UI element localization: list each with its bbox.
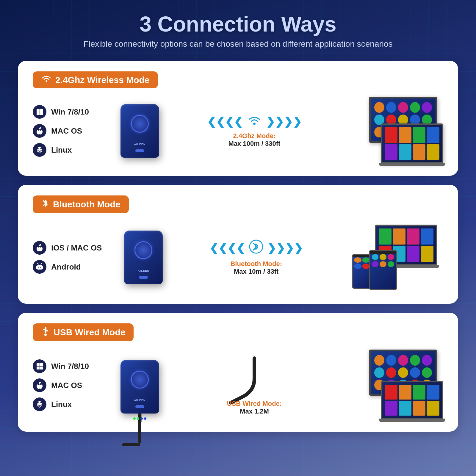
card-wireless-body: Win 7/8/10 MAC OS (33, 97, 443, 165)
card-bluetooth: Bluetooth Mode iOS / MAC OS (18, 185, 458, 304)
connection-usb: USB Wired Mode: Max 1.2M (178, 355, 330, 415)
os-mac-usb-label: MAC OS (51, 381, 82, 390)
page-title: 3 Connection Ways (140, 12, 336, 36)
os-item-mac-usb: MAC OS (33, 378, 98, 392)
svg-point-7 (40, 148, 41, 149)
apple-icon-usb (33, 378, 46, 392)
badge-usb-label: USB Wired Mode (54, 327, 125, 337)
os-ios-label: iOS / MAC OS (51, 243, 102, 253)
apple-icon (33, 124, 46, 138)
os-linux-usb-label: Linux (51, 400, 72, 409)
card-wireless-header: 2.4Ghz Wireless Mode (33, 71, 443, 88)
svg-rect-18 (46, 330, 48, 331)
svg-rect-17 (43, 329, 45, 330)
arrow-left-1: ❮❮❮❮ (207, 115, 243, 128)
mode-range-usb: Max 1.2M (240, 408, 269, 415)
svg-point-19 (44, 333, 47, 336)
scanner-wireless: AILEEN (110, 101, 170, 161)
os-win-usb-label: Win 7/8/10 (51, 362, 89, 371)
scanner-usb: AILEEN (110, 350, 170, 421)
mode-range-bluetooth: Max 10m / 33ft (234, 268, 278, 275)
badge-bluetooth: Bluetooth Mode (33, 195, 129, 213)
svg-rect-3 (37, 112, 40, 115)
bluetooth-badge-icon (41, 198, 49, 210)
svg-rect-1 (37, 109, 40, 112)
android-icon (33, 260, 46, 274)
os-item-linux-usb: Linux (33, 397, 98, 411)
mode-label-wireless: 2.4Ghz Mode: (233, 132, 275, 140)
arrows-bluetooth: ❮❮❮❮ ❯❯❯❯ (209, 239, 303, 257)
wifi-icon (41, 74, 52, 85)
page-subtitle: Flexible connectivity options can be cho… (83, 39, 392, 49)
devices-bluetooth (330, 222, 443, 293)
svg-rect-21 (40, 363, 43, 366)
os-item-linux: Linux (33, 143, 98, 157)
svg-point-25 (38, 402, 39, 403)
badge-wireless: 2.4Ghz Wireless Mode (33, 71, 158, 88)
connection-wireless: ❮❮❮❮ ❯❯❯❯ 2.4Ghz Mode: Max 100m / 330ft (178, 114, 330, 148)
svg-rect-23 (40, 367, 43, 369)
scanner-bluetooth: AILEEN (114, 228, 173, 287)
svg-rect-2 (40, 109, 43, 112)
os-item-win: Win 7/8/10 (33, 105, 98, 119)
mode-label-bluetooth: Bluetooth Mode: (230, 260, 282, 268)
svg-point-10 (40, 267, 41, 268)
card-wireless: 2.4Ghz Wireless Mode Win 7/8/10 (18, 61, 458, 176)
mode-range-wireless: Max 100m / 330ft (228, 140, 281, 148)
card-bluetooth-body: iOS / MAC OS Androi (33, 222, 443, 293)
svg-point-26 (40, 402, 41, 403)
card-usb: USB Wired Mode Win 7/8/10 (18, 313, 458, 432)
os-item-mac: MAC OS (33, 124, 98, 138)
svg-line-11 (37, 263, 38, 264)
linux-icon (33, 143, 46, 157)
card-usb-header: USB Wired Mode (33, 323, 443, 341)
linux-icon-usb (33, 397, 46, 411)
wifi-center-icon (247, 114, 262, 129)
apple-icon-bt (33, 241, 46, 255)
devices-usb (330, 350, 443, 421)
svg-rect-4 (40, 112, 43, 115)
windows-icon (33, 105, 46, 119)
windows-icon-usb (33, 359, 46, 373)
badge-bluetooth-label: Bluetooth Mode (53, 199, 120, 209)
badge-wireless-label: 2.4Ghz Wireless Mode (55, 75, 150, 85)
svg-point-6 (38, 148, 39, 149)
connection-bluetooth: ❮❮❮❮ ❯❯❯❯ Bluetooth Mode: Max 10m / 33ft (182, 239, 330, 275)
mode-label-usb: USB Wired Mode: (227, 400, 282, 408)
svg-point-0 (46, 81, 47, 82)
os-linux-label: Linux (51, 145, 72, 155)
svg-point-8 (253, 123, 256, 125)
devices-wireless (330, 97, 443, 165)
os-win-label: Win 7/8/10 (51, 107, 89, 117)
svg-rect-20 (37, 363, 40, 366)
arrow-left-bt: ❮❮❮❮ (209, 242, 245, 254)
badge-usb: USB Wired Mode (33, 323, 134, 341)
card-usb-body: Win 7/8/10 MAC OS (33, 350, 443, 421)
svg-rect-22 (37, 367, 40, 369)
os-list-wireless: Win 7/8/10 MAC OS (33, 105, 98, 157)
page-wrapper: 3 Connection Ways Flexible connectivity … (0, 0, 476, 476)
usb-badge-icon (41, 326, 50, 338)
svg-point-9 (38, 267, 39, 268)
arrow-right-1: ❯❯❯❯ (266, 115, 302, 128)
os-item-android: Android (33, 260, 102, 274)
os-mac-label: MAC OS (51, 126, 82, 136)
os-item-win-usb: Win 7/8/10 (33, 359, 98, 373)
svg-rect-13 (36, 266, 37, 269)
os-item-ios: iOS / MAC OS (33, 241, 102, 255)
arrow-right-bt: ❯❯❯❯ (267, 242, 303, 254)
arrows-wireless: ❮❮❮❮ ❯❯❯❯ (207, 114, 302, 129)
bluetooth-center-icon (249, 239, 263, 257)
svg-line-12 (41, 263, 42, 264)
os-list-bluetooth: iOS / MAC OS Androi (33, 241, 102, 274)
svg-rect-14 (42, 266, 43, 269)
os-list-usb: Win 7/8/10 MAC OS (33, 359, 98, 411)
os-android-label: Android (51, 262, 81, 272)
card-bluetooth-header: Bluetooth Mode (33, 195, 443, 213)
